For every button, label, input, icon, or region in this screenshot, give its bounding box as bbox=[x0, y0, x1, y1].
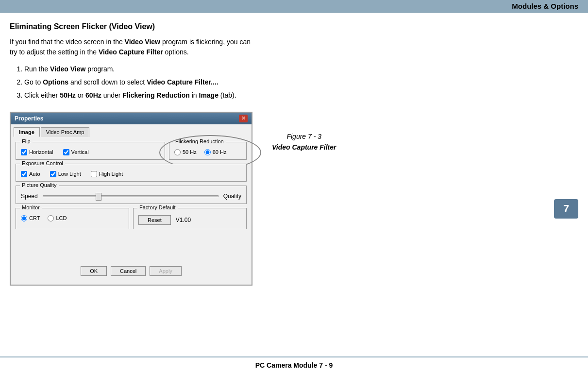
flickering-reduction-wrapper: Flickering Reduction 50 Hz 60 Hz bbox=[169, 142, 247, 160]
radio-50hz[interactable]: 50 Hz bbox=[174, 149, 197, 155]
quality-slider-track[interactable] bbox=[43, 195, 218, 197]
properties-dialog: Properties ✕ Image Video Proc Amp Flip bbox=[10, 112, 252, 286]
header-title: Modules & Options bbox=[512, 2, 578, 10]
quality-label: Quality bbox=[223, 193, 241, 200]
tab-image[interactable]: Image bbox=[14, 127, 40, 137]
dialog-titlebar: Properties ✕ bbox=[11, 113, 252, 124]
radio-lcd[interactable]: LCD bbox=[48, 215, 67, 221]
picture-group-label: Picture Quality bbox=[20, 182, 59, 188]
horizontal-checkbox[interactable]: Horizontal bbox=[21, 149, 53, 155]
dialog-body: Flip Horizontal Vertical bbox=[11, 137, 252, 285]
cancel-button[interactable]: Cancel bbox=[111, 266, 146, 276]
apply-button[interactable]: Apply bbox=[150, 266, 182, 276]
dialog-tabs: Image Video Proc Amp bbox=[11, 124, 252, 137]
header-bar: Modules & Options bbox=[0, 0, 588, 13]
steps-list: Run the Video View program. Go to Option… bbox=[24, 63, 408, 102]
monitor-group: Monitor CRT LCD bbox=[16, 208, 129, 229]
figure-caption-line1: Figure 7 - 3 bbox=[286, 133, 321, 140]
main-content: Eliminating Screen Flicker (Video View) … bbox=[0, 13, 418, 315]
monitor-group-label: Monitor bbox=[20, 204, 42, 210]
flickering-group-label: Flickering Reduction bbox=[173, 138, 226, 144]
figure-caption: Figure 7 - 3 Video Capture Filter bbox=[272, 131, 336, 153]
quality-slider-thumb[interactable] bbox=[96, 193, 101, 201]
radio-60hz[interactable]: 60 Hz bbox=[204, 149, 227, 155]
caption-area: Figure 7 - 3 Video Capture Filter 7 bbox=[272, 112, 336, 153]
low-light-checkbox[interactable]: Low Light bbox=[50, 171, 81, 177]
version-label: V1.00 bbox=[176, 217, 191, 223]
tab-video-proc-amp[interactable]: Video Proc Amp bbox=[41, 127, 90, 137]
figure-caption-line2: Video Capture Filter bbox=[272, 143, 336, 151]
intro-paragraph: If you find that the video screen in the… bbox=[10, 37, 408, 57]
page-title: Eliminating Screen Flicker (Video View) bbox=[10, 22, 408, 31]
chapter-badge: 7 bbox=[554, 199, 578, 219]
reset-button[interactable]: Reset bbox=[138, 215, 171, 225]
spacer bbox=[16, 233, 247, 262]
factory-group-label: Factory Default bbox=[137, 204, 178, 210]
flip-group-label: Flip bbox=[20, 138, 33, 144]
vertical-checkbox[interactable]: Vertical bbox=[63, 149, 89, 155]
dialog-title: Properties bbox=[15, 115, 43, 122]
dialog-buttons: OK Cancel Apply bbox=[16, 262, 247, 280]
footer-text: PC Camera Module 7 - 9 bbox=[255, 361, 333, 369]
flickering-group: Flickering Reduction 50 Hz 60 Hz bbox=[169, 142, 247, 160]
flip-group: Flip Horizontal Vertical bbox=[16, 142, 165, 160]
high-light-checkbox[interactable]: High Light bbox=[91, 171, 123, 177]
radio-crt[interactable]: CRT bbox=[21, 215, 40, 221]
list-item: Go to Options and scroll down to select … bbox=[24, 76, 408, 88]
list-item: Click either 50Hz or 60Hz under Flickeri… bbox=[24, 89, 408, 102]
speed-label: Speed bbox=[21, 193, 38, 200]
flip-flickering-row: Flip Horizontal Vertical bbox=[16, 142, 247, 160]
ok-button[interactable]: OK bbox=[81, 266, 107, 276]
picture-quality-group: Picture Quality Speed Quality bbox=[16, 186, 247, 204]
figure-area: Properties ✕ Image Video Proc Amp Flip bbox=[10, 112, 408, 286]
list-item: Run the Video View program. bbox=[24, 63, 408, 75]
exposure-group-label: Exposure Control bbox=[20, 160, 65, 166]
footer: PC Camera Module 7 - 9 bbox=[0, 356, 588, 373]
auto-checkbox[interactable]: Auto bbox=[21, 171, 40, 177]
factory-default-group: Factory Default Reset V1.00 bbox=[133, 208, 247, 229]
exposure-control-group: Exposure Control Auto Low Light High Lig… bbox=[16, 164, 247, 182]
dialog-close-button[interactable]: ✕ bbox=[239, 115, 248, 122]
bottom-row: Monitor CRT LCD Factory Default bbox=[16, 208, 247, 229]
